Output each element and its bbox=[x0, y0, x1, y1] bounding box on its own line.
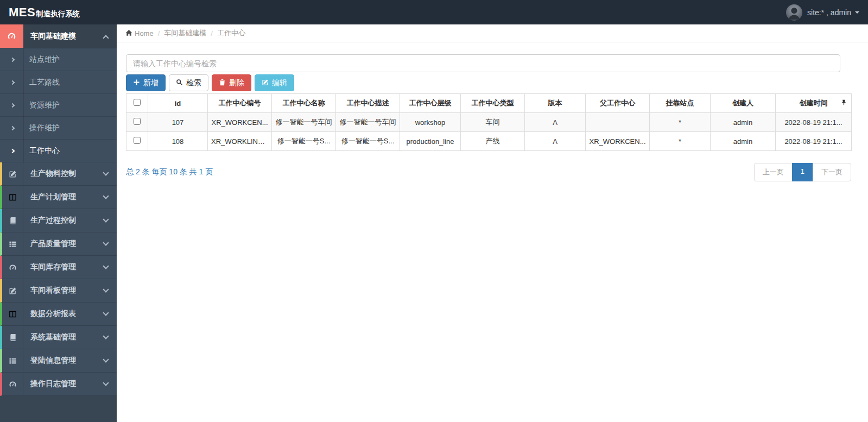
row-checkbox[interactable] bbox=[134, 118, 141, 125]
sidebar-item-label: 数据分析报表 bbox=[23, 309, 104, 319]
dashboard-icon bbox=[2, 373, 23, 395]
cell-id: 108 bbox=[148, 132, 208, 151]
chevron-down-icon bbox=[103, 216, 109, 222]
sidebar-item-workshop-modeling[interactable]: 车间基础建模 bbox=[0, 24, 117, 48]
sidebar-subitem-label: 资源维护 bbox=[29, 100, 60, 110]
sidebar-item[interactable]: 生产物料控制 bbox=[0, 162, 117, 186]
sidebar-item-label: 生产过程控制 bbox=[23, 216, 104, 225]
column-header-desc: 工作中心描述 bbox=[336, 94, 400, 113]
caret-down-icon bbox=[855, 11, 859, 14]
app-logo: MES 制造执行系统 bbox=[9, 5, 80, 20]
pin-icon[interactable] bbox=[841, 99, 847, 107]
column-header-id: id bbox=[148, 94, 208, 113]
chevron-down-icon bbox=[103, 169, 109, 175]
sidebar-item[interactable]: 生产过程控制 bbox=[0, 209, 117, 232]
chevron-up-icon bbox=[103, 35, 109, 41]
cell-id: 107 bbox=[148, 113, 208, 132]
sidebar-item[interactable]: 操作日志管理 bbox=[0, 373, 117, 396]
select-all-header bbox=[126, 94, 148, 113]
chevron-down-icon bbox=[103, 310, 109, 316]
trash-icon bbox=[219, 79, 229, 87]
cell-station: * bbox=[650, 132, 711, 151]
sidebar-item[interactable]: 车间看板管理 bbox=[0, 279, 117, 303]
breadcrumb-home-link[interactable]: Home bbox=[125, 28, 154, 38]
cell-created: 2022-08-19 21:1... bbox=[776, 113, 852, 132]
columns-icon bbox=[2, 303, 23, 325]
cell-created: 2022-08-19 21:1... bbox=[776, 132, 852, 151]
cell-version: A bbox=[525, 113, 586, 132]
table-header-row: id工作中心编号工作中心名称工作中心描述工作中心层级工作中心类型版本父工作中心挂… bbox=[126, 94, 852, 113]
prev-page-button[interactable]: 上一页 bbox=[754, 163, 793, 181]
user-menu[interactable]: site:* , admin bbox=[786, 4, 859, 21]
sidebar-item-label: 系统基础管理 bbox=[23, 332, 104, 342]
edit-icon bbox=[2, 162, 23, 185]
main-content: Home / 车间基础建模 / 工作中心 新增 检索 bbox=[117, 24, 868, 422]
chevron-down-icon bbox=[103, 240, 109, 245]
column-header-parent: 父工作中心 bbox=[586, 94, 650, 113]
cell-desc: 修一智能一号车间 bbox=[336, 113, 400, 132]
sidebar-subitem[interactable]: 操作维护 bbox=[0, 117, 117, 140]
sidebar-item[interactable]: 车间库存管理 bbox=[0, 256, 117, 279]
chevron-right-icon bbox=[10, 80, 15, 84]
sidebar-item[interactable]: 产品质量管理 bbox=[0, 232, 117, 256]
breadcrumb-separator: / bbox=[211, 29, 213, 37]
page-body: 新增 检索 删除 编辑 bbox=[117, 42, 868, 181]
breadcrumb-item-current: 工作中心 bbox=[217, 28, 245, 38]
page-1-button[interactable]: 1 bbox=[792, 163, 813, 181]
sidebar-item-label: 登陆信息管理 bbox=[23, 356, 104, 366]
list-icon bbox=[2, 232, 23, 255]
delete-button[interactable]: 删除 bbox=[212, 74, 251, 91]
chevron-right-icon bbox=[10, 125, 15, 130]
sidebar-subitem-label: 操作维护 bbox=[29, 123, 60, 133]
chevron-right-icon bbox=[10, 148, 15, 153]
column-header-level: 工作中心层级 bbox=[400, 94, 461, 113]
cell-type: 产线 bbox=[461, 132, 525, 151]
work-center-table: id工作中心编号工作中心名称工作中心描述工作中心层级工作中心类型版本父工作中心挂… bbox=[126, 93, 852, 151]
sidebar-item[interactable]: 登陆信息管理 bbox=[0, 349, 117, 373]
chevron-down-icon bbox=[103, 286, 109, 292]
search-button[interactable]: 检索 bbox=[169, 74, 208, 91]
row-checkbox[interactable] bbox=[134, 137, 141, 144]
sidebar-item[interactable]: 数据分析报表 bbox=[0, 303, 117, 326]
columns-icon bbox=[2, 186, 23, 209]
sidebar-item-label: 生产物料控制 bbox=[23, 169, 104, 179]
chevron-down-icon bbox=[103, 380, 109, 386]
sidebar-subitem-label: 站点维护 bbox=[29, 55, 60, 65]
column-header-creator: 创建人 bbox=[711, 94, 776, 113]
plus-icon bbox=[133, 79, 143, 87]
next-page-button[interactable]: 下一页 bbox=[813, 163, 851, 181]
sidebar-item[interactable]: 生产计划管理 bbox=[0, 186, 117, 209]
add-button[interactable]: 新增 bbox=[126, 74, 166, 91]
column-header-name: 工作中心名称 bbox=[272, 94, 336, 113]
sidebar-subitem[interactable]: 资源维护 bbox=[0, 94, 117, 117]
column-header-version: 版本 bbox=[525, 94, 586, 113]
list-icon bbox=[2, 349, 23, 372]
sidebar-subitem[interactable]: 站点维护 bbox=[0, 48, 117, 71]
table-row[interactable]: 107XR_WORKCEN...修一智能一号车间修一智能一号车间workshop… bbox=[126, 113, 852, 132]
cell-code: XR_WORKLINE... bbox=[208, 132, 272, 151]
select-all-checkbox[interactable] bbox=[134, 99, 141, 106]
dashboard-icon bbox=[2, 256, 23, 279]
pagination-summary: 总 2 条 每页 10 条 共 1 页 bbox=[126, 167, 213, 177]
sidebar-item[interactable]: 系统基础管理 bbox=[0, 326, 117, 349]
sidebar-item-label: 车间基础建模 bbox=[23, 32, 104, 41]
cell-code: XR_WORKCEN... bbox=[208, 113, 272, 132]
breadcrumb-item: 车间基础建模 bbox=[164, 28, 206, 38]
sidebar-submenu: 站点维护工艺路线资源维护操作维护工作中心 bbox=[0, 48, 117, 162]
sidebar-subitem[interactable]: 工作中心 bbox=[0, 140, 117, 162]
cell-name: 修一智能一号S... bbox=[272, 132, 336, 151]
cell-desc: 修一智能一号S... bbox=[336, 132, 400, 151]
cell-name: 修一智能一号车间 bbox=[272, 113, 336, 132]
sidebar-subitem-label: 工艺路线 bbox=[29, 78, 60, 87]
cell-version: A bbox=[525, 132, 586, 151]
search-input[interactable] bbox=[126, 54, 840, 72]
breadcrumb-separator: / bbox=[158, 29, 160, 37]
edit-button[interactable]: 编辑 bbox=[255, 74, 294, 91]
cell-creator: admin bbox=[711, 113, 776, 132]
dashboard-icon bbox=[0, 24, 23, 48]
table-body: 107XR_WORKCEN...修一智能一号车间修一智能一号车间workshop… bbox=[126, 113, 852, 151]
sidebar-subitem[interactable]: 工艺路线 bbox=[0, 71, 117, 94]
table-row[interactable]: 108XR_WORKLINE...修一智能一号S...修一智能一号S...pro… bbox=[126, 132, 852, 151]
home-icon bbox=[125, 28, 135, 38]
column-header-type: 工作中心类型 bbox=[461, 94, 525, 113]
